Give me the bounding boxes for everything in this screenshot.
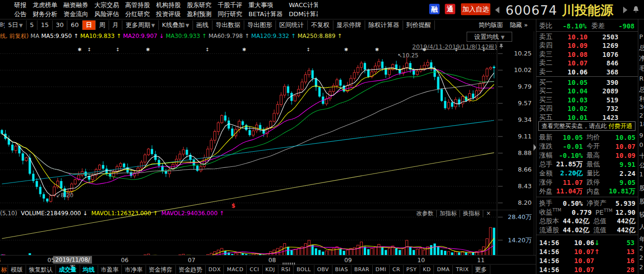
price-chart[interactable]: 10.2510.029.799.579.349.118.888.668.438.… [0, 31, 536, 255]
toolbar-item-导出图形[interactable]: 导出图形 [244, 20, 276, 30]
toolbar-items: 5日▼5153060日周月更多周期▼K线叠加▼画线导出数据导出图形区间统计不复权… [5, 20, 435, 30]
tab-CR[interactable]: CR [390, 265, 404, 274]
menu-item-BETA计算器[interactable]: BETA计算器 [248, 10, 283, 18]
paywall-banner[interactable]: 查看完整买卖盘，请点此付费开通 [538, 121, 635, 131]
ma-settings-button[interactable]: 设置均线 ▼ [467, 32, 512, 42]
tab-RSI[interactable]: RSI [278, 265, 294, 274]
tab-DMI[interactable]: DMI [373, 265, 390, 274]
toolbar-item-显示停牌[interactable]: 显示停牌 [333, 20, 365, 30]
toolbar-item-K线叠加[interactable]: K线叠加▼ [159, 20, 193, 30]
tab-BOLL[interactable]: BOLL [294, 265, 314, 274]
toolbar-item-除权计算器[interactable]: 除权计算器 [365, 20, 403, 30]
order-book-row-买一[interactable]: 买一10.05390 [536, 78, 638, 87]
toolbar-item-导出数据[interactable]: 导出数据 [212, 20, 244, 30]
alert-bell-icon[interactable] [633, 6, 639, 15]
menu-item-研报[interactable]: 研报 [14, 1, 27, 9]
menu-item-股东研究[interactable]: 股东研究 [187, 1, 212, 9]
tab-MACD[interactable]: MACD [224, 265, 247, 274]
toolbar-item-日[interactable]: 日 [83, 20, 96, 30]
next-stock-icon[interactable] [623, 7, 627, 13]
order-book-row-买二[interactable]: 买二10.042089 [536, 87, 638, 96]
menu-item-分红研究[interactable]: 分红研究 [125, 10, 150, 18]
tab-BIAS[interactable]: BIAS [332, 265, 351, 274]
order-book-row-买四[interactable]: 买四10.02732 [536, 104, 638, 113]
toolbar-item-5[interactable]: 5 [27, 20, 37, 30]
order-book-row-卖三[interactable]: 卖三10.081076 [536, 50, 638, 59]
tab-KD[interactable]: KD [420, 265, 434, 274]
menu-item-同行研究[interactable]: 同行研究 [218, 10, 242, 18]
vol-button-改参数[interactable]: 改参数 [414, 210, 437, 217]
prev-stock-icon[interactable] [495, 7, 499, 13]
tab-CCI[interactable]: CCI [247, 265, 262, 274]
tab-资金趋势[interactable]: 资金趋势 [176, 265, 206, 274]
menu-item-投资评级[interactable]: 投资评级 [156, 10, 181, 18]
paywall-link[interactable]: 付费开通 [608, 122, 632, 129]
toolbar-item-画线[interactable]: 画线 [193, 20, 212, 30]
svg-text:8.66: 8.66 [518, 166, 532, 173]
tab-市盈率[interactable]: 市盈率 [98, 265, 122, 274]
menu-item-龙虎榜单[interactable]: 龙虎榜单 [33, 1, 57, 9]
tab-BRAR[interactable]: BRAR [351, 265, 373, 274]
menu-item-大宗交易[interactable]: 大宗交易 [94, 1, 119, 9]
menu-item-千股千评[interactable]: 千股千评 [218, 1, 242, 9]
toolbar-item-60[interactable]: 60 [67, 20, 83, 30]
tab-PSY[interactable]: PSY [404, 265, 420, 274]
order-book-row-卖四[interactable]: 卖四10.091269 [536, 41, 638, 50]
vol-button-加指标[interactable]: 加指标 [437, 210, 460, 217]
toolbar-item-30[interactable]: 30 [53, 20, 68, 30]
tab-clipped[interactable]: 标 [0, 265, 8, 274]
tab-OBV[interactable]: OBV [314, 265, 332, 274]
toolbar-item-不复权[interactable]: 不复权 [308, 20, 333, 30]
order-book-row-卖一[interactable]: 卖一10.06368 [536, 67, 638, 76]
menu-item-融资融券[interactable]: 融资融券 [64, 1, 88, 9]
tab-模版[interactable]: 模版 [8, 265, 26, 274]
vol-button-换指标[interactable]: 换指标 [460, 210, 483, 217]
divider [536, 235, 638, 235]
tab-恢复默认[interactable]: 恢复默认 [26, 265, 56, 274]
menu-item-风险评估[interactable]: 风险评估 [94, 10, 119, 18]
menu-item-重大事项[interactable]: 重大事项 [248, 1, 283, 9]
shtong-badge[interactable]: 通 [445, 4, 455, 14]
margin-badge[interactable]: 融 [429, 4, 440, 14]
menu-item-高管持股[interactable]: 高管持股 [125, 1, 150, 9]
menu-item-资金流向[interactable]: 资金流向 [64, 10, 88, 18]
order-book-row-买三[interactable]: 买三10.03519 [536, 95, 638, 104]
toolbar-item-到价提醒[interactable]: 到价提醒 [403, 20, 435, 30]
menu-item-财务分析[interactable]: 财务分析 [33, 10, 57, 18]
add-to-watchlist-button[interactable]: 加入自选 [461, 3, 490, 15]
toolbar-item-隐藏[interactable]: 隐藏 » [506, 20, 531, 30]
menu-item-公告[interactable]: 公告 [14, 10, 27, 18]
menu-item-WACC计算器[interactable]: WACC计算器 [289, 1, 318, 9]
toolbar-item-更多周期[interactable]: 更多周期▼ [122, 20, 159, 30]
close-icon[interactable]: × [483, 210, 494, 217]
toolbar-item-区间统计[interactable]: 区间统计 [276, 20, 308, 30]
menu-item-DDM计算器[interactable]: DDM计算器 [289, 10, 318, 18]
ma-value-MA250: MA250:8.889 ↑ [298, 33, 342, 39]
tab-DDX[interactable]: DDX [206, 265, 224, 274]
tab-均线[interactable]: 均线 [80, 265, 98, 274]
toolbar-item-5日[interactable]: 5日▼ [5, 20, 27, 30]
menu-item-盈利预测[interactable]: 盈利预测 [187, 10, 212, 18]
menu-item-机构持股[interactable]: 机构持股 [156, 1, 181, 9]
toolbar-item-月[interactable]: 月 [109, 20, 122, 30]
tab-成交量[interactable]: 成交量 [56, 265, 80, 274]
tab-资金博弈[interactable]: 资金博弈 [146, 265, 176, 274]
tab-DMA[interactable]: DMA [434, 265, 453, 274]
stat-value: -0.01 [552, 143, 583, 150]
pin-icon[interactable] [499, 43, 504, 50]
ob-price: 10.03 [558, 96, 588, 104]
toolbar-item-周[interactable]: 周 [96, 20, 109, 30]
toolbar-item-简约版面[interactable]: 简约版面 [475, 20, 506, 30]
order-book-row-买五[interactable]: 买五10.011423 [536, 113, 638, 122]
tab-市净率[interactable]: 市净率 [122, 265, 146, 274]
tab-KDJ[interactable]: KDJ [263, 265, 278, 274]
tab-TRIX[interactable]: TRIX [453, 265, 472, 274]
order-book-row-卖五[interactable]: 卖五10.102503 [536, 32, 638, 41]
toolbar-item-15[interactable]: 15 [37, 20, 53, 30]
tab-更多[interactable]: 更多 [472, 265, 490, 274]
order-book-row-卖二[interactable]: 卖二10.07846 [536, 59, 638, 68]
date-range-label[interactable]: 2019/4/11-2019/11/8(142根) [0, 43, 504, 51]
toolbar-clipped-item[interactable]: 时 [0, 21, 5, 29]
selected-date-box: 2019/11/08/五 [53, 256, 92, 264]
stock-app-window: 研报公告龙虎榜单财务分析融资融券资金流向大宗交易风险评估高管持股分红研究机构持股… [0, 0, 644, 274]
